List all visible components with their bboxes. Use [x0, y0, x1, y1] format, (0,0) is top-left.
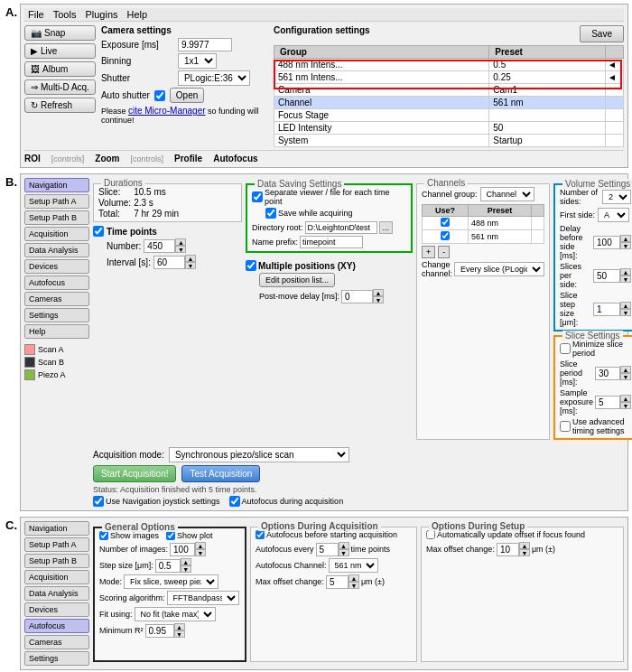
- exposure-input[interactable]: [178, 38, 232, 51]
- first-side-select[interactable]: A: [598, 208, 629, 222]
- config-row-channel[interactable]: Channel 561 nm: [274, 97, 623, 109]
- nav-cameras[interactable]: Cameras: [24, 292, 89, 306]
- refresh-button[interactable]: ↻Refresh: [24, 98, 96, 113]
- slice-step-down[interactable]: ▼: [620, 309, 631, 316]
- save-acquiring-checkbox[interactable]: [265, 208, 276, 219]
- c-nav-cameras[interactable]: Cameras: [24, 635, 89, 649]
- post-move-down[interactable]: ▼: [373, 296, 384, 303]
- auto-shutter-checkbox[interactable]: [154, 90, 165, 101]
- menu-plugins[interactable]: Plugins: [85, 9, 117, 20]
- remove-channel-button[interactable]: -: [438, 246, 450, 258]
- nav-acquisition[interactable]: Acquisition: [24, 227, 89, 241]
- delay-input[interactable]: [593, 236, 620, 249]
- nav-data-analysis[interactable]: Data Analysis: [24, 243, 89, 257]
- browse-button[interactable]: ...: [379, 221, 394, 234]
- nav-joy-checkbox[interactable]: [93, 496, 104, 507]
- step-size-up[interactable]: ▲: [181, 558, 191, 565]
- acq-max-offset-down[interactable]: ▼: [349, 582, 359, 589]
- mode-select[interactable]: Fix slice, sweep piezo: [124, 574, 218, 589]
- acq-max-offset-up[interactable]: ▲: [349, 574, 359, 582]
- change-channel-select[interactable]: Every slice (PLogic): [454, 262, 544, 276]
- nav-navigation[interactable]: Navigation: [24, 178, 89, 192]
- show-plot-checkbox[interactable]: [166, 531, 175, 540]
- multiple-positions-checkbox[interactable]: [246, 260, 256, 271]
- scoring-select[interactable]: FFTBandpass: [167, 591, 239, 605]
- dir-root-input[interactable]: [305, 221, 377, 234]
- num-sides-select[interactable]: 2: [602, 190, 631, 204]
- binning-select[interactable]: 1x1: [178, 53, 217, 69]
- config-row-led[interactable]: LED Intensity 50: [274, 122, 623, 135]
- delay-down[interactable]: ▼: [620, 242, 631, 249]
- slice-step-input[interactable]: [593, 303, 620, 316]
- c-nav-settings[interactable]: Settings: [24, 651, 89, 666]
- autofocus-acq-checkbox[interactable]: [229, 496, 240, 507]
- min-r2-down[interactable]: ▼: [174, 630, 185, 638]
- setup-max-offset-input[interactable]: [497, 543, 519, 556]
- show-images-checkbox[interactable]: [99, 531, 108, 540]
- c-nav-setup-path-a[interactable]: Setup Path A: [24, 537, 89, 552]
- number-up[interactable]: ▲: [175, 238, 186, 246]
- period-up[interactable]: ▲: [620, 366, 631, 373]
- period-down[interactable]: ▼: [620, 373, 631, 380]
- interval-input[interactable]: [153, 256, 185, 269]
- c-nav-setup-path-b[interactable]: Setup Path B: [24, 554, 89, 568]
- post-move-input[interactable]: [341, 290, 373, 303]
- open-button[interactable]: Open: [170, 88, 204, 103]
- setup-max-offset-up[interactable]: ▲: [519, 542, 530, 549]
- time-points-checkbox[interactable]: [93, 226, 104, 237]
- shutter-select[interactable]: PLogic:E:36: [178, 70, 250, 86]
- c-nav-acquisition[interactable]: Acquisition: [24, 570, 89, 584]
- add-channel-button[interactable]: +: [422, 246, 435, 258]
- nav-help[interactable]: Help: [24, 324, 89, 339]
- autofocus-every-up[interactable]: ▲: [339, 542, 349, 549]
- interval-up[interactable]: ▲: [185, 255, 196, 262]
- c-nav-navigation[interactable]: Navigation: [24, 521, 89, 536]
- minimize-slice-checkbox[interactable]: [560, 343, 571, 354]
- num-images-input[interactable]: [170, 543, 195, 556]
- slices-input[interactable]: [593, 269, 620, 283]
- cite-link[interactable]: cite Micro-Manager: [128, 106, 206, 116]
- c-nav-data-analysis[interactable]: Data Analysis: [24, 586, 89, 601]
- sample-exp-down[interactable]: ▼: [620, 402, 631, 409]
- test-acquisition-button[interactable]: Test Acquisition: [181, 465, 260, 482]
- min-r2-input[interactable]: [145, 624, 174, 638]
- multi-d-button[interactable]: ⇒Multi-D Acq.: [24, 79, 96, 95]
- config-row-561[interactable]: 561 nm Intens... 0.25 ◄: [274, 71, 623, 84]
- start-acquisition-button[interactable]: Start Acquisition!: [93, 465, 176, 482]
- slices-up[interactable]: ▲: [620, 268, 631, 275]
- nav-setup-path-b[interactable]: Setup Path B: [24, 210, 89, 225]
- nav-setup-path-a[interactable]: Setup Path A: [24, 194, 89, 209]
- config-row-camera[interactable]: Camera Cam1: [274, 84, 623, 97]
- slice-step-up[interactable]: ▲: [620, 302, 631, 309]
- autofocus-every-input[interactable]: [316, 543, 339, 556]
- fit-select[interactable]: No fit (take max): [135, 607, 216, 621]
- album-button[interactable]: 🖼Album: [24, 61, 96, 77]
- sample-exp-up[interactable]: ▲: [620, 395, 631, 402]
- config-row-focus[interactable]: Focus Stage: [274, 109, 623, 122]
- snap-button[interactable]: 📷Snap: [24, 25, 96, 41]
- c-nav-devices[interactable]: Devices: [24, 602, 89, 617]
- live-button[interactable]: ▶Live: [24, 43, 96, 59]
- autofocus-every-down[interactable]: ▼: [339, 549, 349, 556]
- config-row-488[interactable]: 488 nm Intens... 0.5 ◄: [274, 59, 623, 71]
- delay-up[interactable]: ▲: [620, 235, 631, 242]
- separate-viewer-checkbox[interactable]: [252, 191, 263, 202]
- post-move-up[interactable]: ▲: [373, 289, 384, 296]
- channel-group-select[interactable]: Channel: [480, 187, 534, 201]
- setup-max-offset-down[interactable]: ▼: [519, 549, 530, 556]
- channel-561-checkbox[interactable]: [441, 231, 450, 240]
- number-down[interactable]: ▼: [175, 246, 186, 253]
- auto-update-checkbox[interactable]: [426, 530, 435, 539]
- config-row-system[interactable]: System Startup: [274, 135, 623, 147]
- step-size-input[interactable]: [155, 559, 181, 573]
- acquisition-mode-select[interactable]: Synchronous piezo/slice scan: [169, 447, 349, 462]
- advanced-timing-checkbox[interactable]: [560, 421, 571, 432]
- num-images-down[interactable]: ▼: [195, 549, 206, 556]
- num-images-up[interactable]: ▲: [195, 542, 206, 549]
- autofocus-before-checkbox[interactable]: [256, 530, 265, 539]
- channel-488-checkbox[interactable]: [441, 218, 450, 227]
- interval-down[interactable]: ▼: [185, 262, 196, 269]
- min-r2-up[interactable]: ▲: [174, 623, 185, 630]
- menu-file[interactable]: File: [28, 9, 44, 20]
- nav-settings[interactable]: Settings: [24, 308, 89, 322]
